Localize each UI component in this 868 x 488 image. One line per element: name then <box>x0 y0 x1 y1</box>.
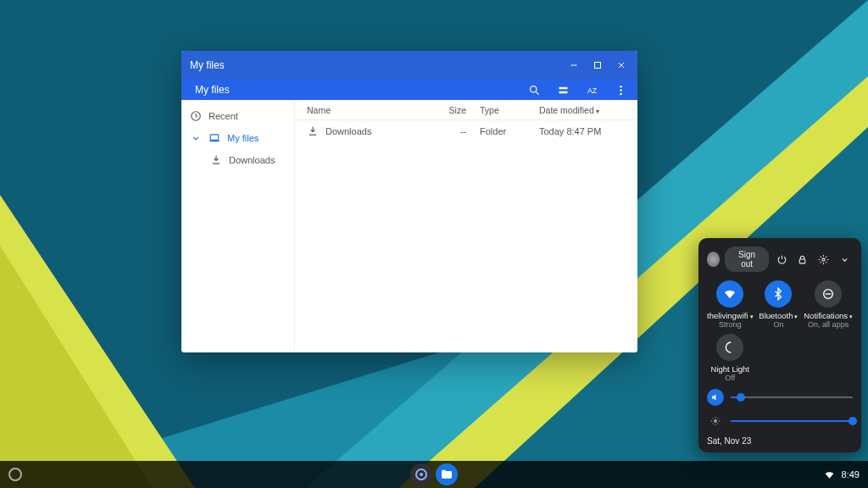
svg-rect-20 <box>800 258 806 263</box>
svg-line-10 <box>536 92 538 94</box>
shelf: 8:49 <box>0 461 868 488</box>
chrome-app-icon[interactable] <box>410 463 432 485</box>
brightness-slider[interactable] <box>707 413 853 430</box>
row-name: Downloads <box>326 126 371 136</box>
window-minimize-button[interactable] <box>566 58 581 73</box>
power-button[interactable] <box>774 250 790 269</box>
files-app-icon[interactable] <box>436 463 458 485</box>
row-type: Folder <box>466 126 526 136</box>
wifi-icon <box>716 280 743 308</box>
avatar[interactable] <box>707 252 720 267</box>
svg-rect-18 <box>210 135 218 140</box>
row-date: Today 8:47 PM <box>526 126 626 136</box>
svg-rect-12 <box>559 91 567 93</box>
view-toggle-button[interactable] <box>554 81 571 98</box>
night-icon <box>716 334 743 361</box>
sign-out-button[interactable]: Sign out <box>725 247 768 272</box>
sidebar-item-label: Recent <box>209 111 238 121</box>
download-icon <box>210 154 222 166</box>
window-maximize-button[interactable] <box>590 58 605 73</box>
bt-icon <box>765 280 792 308</box>
search-button[interactable] <box>526 81 542 98</box>
col-name[interactable]: Name <box>307 105 426 115</box>
svg-point-9 <box>530 86 537 92</box>
col-size[interactable]: Size <box>426 105 466 115</box>
row-size: -- <box>426 126 466 136</box>
sidebar-item-myfiles[interactable]: My files <box>181 127 294 149</box>
svg-point-15 <box>620 89 622 92</box>
volume-slider[interactable] <box>707 389 853 406</box>
sort-caret-icon: ▾ <box>596 108 599 115</box>
svg-rect-19 <box>209 141 220 141</box>
wifi-status-icon <box>824 469 835 480</box>
chevron-down-icon <box>190 132 202 144</box>
sidebar-item-label: Downloads <box>229 155 275 165</box>
clock-icon <box>190 110 202 122</box>
svg-rect-8 <box>595 63 601 69</box>
column-headers: Name Size Type Date modified▾ <box>295 100 637 120</box>
toolbar-title: My files <box>190 84 230 96</box>
svg-point-21 <box>822 258 825 260</box>
svg-point-14 <box>620 85 622 87</box>
shelf-time: 8:49 <box>842 469 860 480</box>
window-close-button[interactable] <box>614 58 629 73</box>
sidebar-item-label: My files <box>227 133 259 143</box>
table-row[interactable]: Downloads -- Folder Today 8:47 PM <box>295 120 637 142</box>
lock-button[interactable] <box>795 250 811 269</box>
qs-tile-wifi[interactable]: thelivingwifi▾ Strong <box>707 280 754 329</box>
window-title: My files <box>190 59 225 71</box>
svg-point-24 <box>714 419 717 423</box>
launcher-button[interactable] <box>8 468 22 481</box>
brightness-icon <box>707 413 724 430</box>
settings-button[interactable] <box>815 250 832 269</box>
volume-icon <box>707 389 724 406</box>
files-toolbar: My files AZ <box>181 80 637 100</box>
quick-settings-panel: Sign out thelivingwifi▾ Strong Bluetooth… <box>698 238 861 452</box>
svg-point-16 <box>620 92 622 95</box>
dnd-icon <box>815 280 842 308</box>
more-menu-button[interactable] <box>612 81 629 98</box>
laptop-icon <box>209 132 220 144</box>
qs-tile-night[interactable]: Night Light Off <box>707 334 754 382</box>
svg-point-26 <box>420 473 423 476</box>
quick-settings-date: Sat, Nov 23 <box>707 436 853 446</box>
status-area[interactable]: 8:49 <box>824 469 860 480</box>
files-window: My files My files AZ Recent My files <box>181 51 637 352</box>
col-date[interactable]: Date modified▾ <box>526 105 626 115</box>
window-titlebar[interactable]: My files <box>181 51 637 80</box>
qs-tile-bt[interactable]: Bluetooth▾ On <box>757 280 801 329</box>
svg-rect-7 <box>571 65 577 66</box>
collapse-button[interactable] <box>837 250 853 269</box>
sidebar-item-recent[interactable]: Recent <box>181 105 294 127</box>
svg-rect-11 <box>559 86 567 89</box>
qs-tile-dnd[interactable]: Notifications▾ On, all apps <box>804 280 853 329</box>
download-icon <box>307 125 319 137</box>
svg-rect-23 <box>826 293 832 294</box>
files-main: Name Size Type Date modified▾ Downloads … <box>295 100 637 352</box>
sort-button[interactable]: AZ <box>583 81 600 98</box>
svg-text:AZ: AZ <box>587 86 597 94</box>
files-sidebar: Recent My files Downloads <box>181 100 295 352</box>
sidebar-item-downloads[interactable]: Downloads <box>181 149 294 171</box>
col-type[interactable]: Type <box>466 105 526 115</box>
